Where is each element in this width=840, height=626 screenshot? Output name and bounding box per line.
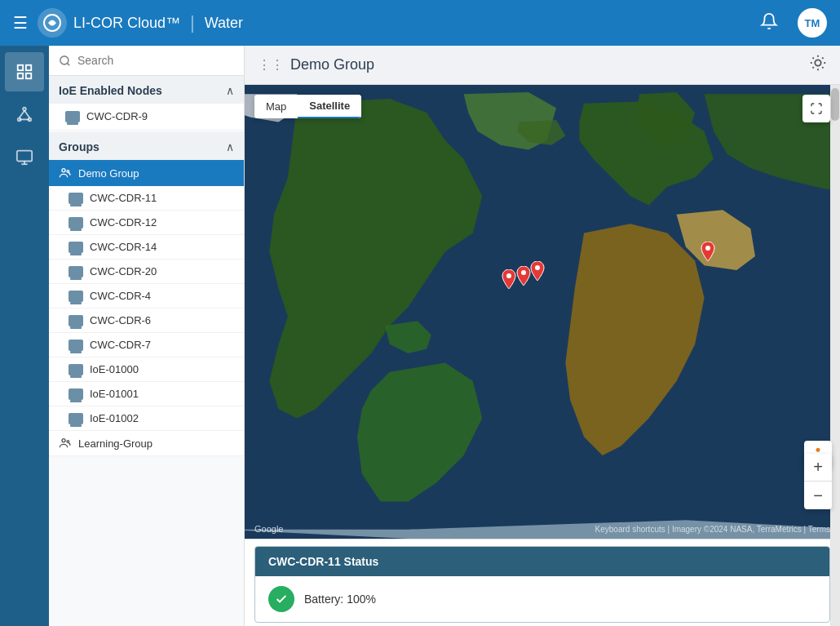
app-title: LI-COR Cloud™: [73, 15, 180, 32]
device-icon: [69, 291, 83, 302]
map-svg: [245, 85, 840, 539]
svg-point-22: [521, 270, 526, 275]
drag-handle-icon: ⋮⋮: [258, 57, 284, 73]
status-body: Battery: 100%: [255, 576, 829, 622]
device-icon: [69, 242, 83, 253]
map-fullscreen-btn[interactable]: [802, 95, 830, 122]
top-nav: ☰ LI-COR Cloud™ | Water TM: [0, 0, 840, 46]
ioe-section-title: IoE Enabled Nodes: [59, 84, 162, 97]
map-type-map-btn[interactable]: Map: [254, 95, 298, 118]
node-label: CWC-CDR-4: [90, 290, 151, 302]
svg-rect-1: [18, 65, 23, 70]
sidebar-item-network[interactable]: [5, 95, 44, 134]
scroll-thumb[interactable]: [831, 88, 839, 121]
map-marker-3[interactable]: [528, 261, 547, 287]
sub-node-cwc-cdr-14[interactable]: CWC-CDR-14: [49, 235, 244, 260]
group-label: Demo Group: [78, 167, 139, 180]
node-label: CWC-CDR-6: [90, 314, 151, 326]
battery-status: Battery: 100%: [304, 593, 376, 606]
content-title: Demo Group: [290, 56, 802, 73]
user-avatar[interactable]: TM: [798, 8, 827, 38]
status-header: CWC-CDR-11 Status: [255, 547, 829, 576]
product-name: Water: [205, 15, 243, 32]
svg-point-24: [705, 246, 710, 251]
map-type-satellite-btn[interactable]: Satellite: [298, 95, 361, 118]
main-layout: IoE Enabled Nodes ∧ CWC-CDR-9 Groups ∧ D…: [0, 46, 840, 626]
svg-line-8: [20, 110, 24, 118]
groups-collapse-chevron[interactable]: ∧: [226, 140, 234, 153]
search-input[interactable]: [77, 54, 234, 67]
status-card: CWC-CDR-11 Status Battery: 100%: [254, 546, 830, 623]
device-icon: [65, 111, 80, 122]
logo-icon: [38, 8, 67, 38]
svg-point-21: [506, 273, 511, 278]
nav-divider: |: [190, 12, 195, 33]
node-label: CWC-CDR-9: [86, 110, 148, 122]
device-icon: [69, 266, 83, 277]
right-content: ⋮⋮ Demo Group: [245, 46, 840, 626]
group-item-learning[interactable]: Learning-Group: [49, 431, 244, 456]
sub-node-cwc-cdr-7[interactable]: CWC-CDR-7: [49, 333, 244, 357]
svg-rect-2: [26, 65, 31, 70]
sub-node-ioe-01001[interactable]: IoE-01001: [49, 382, 244, 406]
node-item-cwc-cdr-9[interactable]: CWC-CDR-9: [49, 104, 244, 129]
device-icon: [69, 388, 83, 400]
ioe-collapse-chevron[interactable]: ∧: [226, 84, 234, 97]
svg-point-15: [62, 169, 65, 172]
svg-point-25: [816, 448, 820, 452]
settings-icon[interactable]: [809, 54, 827, 76]
node-label: IoE-01000: [90, 363, 139, 375]
hamburger-icon[interactable]: ☰: [13, 13, 28, 33]
left-panel: IoE Enabled Nodes ∧ CWC-CDR-9 Groups ∧ D…: [49, 46, 245, 626]
map-attribution-google: Google: [254, 524, 283, 534]
map-type-controls: Map Satellite: [254, 95, 361, 118]
sub-node-ioe-01002[interactable]: IoE-01002: [49, 406, 244, 431]
search-box: [49, 46, 244, 76]
svg-point-19: [815, 60, 820, 65]
map-attribution-right: Keyboard shortcuts | Imagery ©2024 NASA,…: [595, 525, 830, 534]
node-label: CWC-CDR-7: [90, 339, 151, 351]
search-icon: [59, 55, 71, 67]
ioe-section-header: IoE Enabled Nodes ∧: [49, 76, 244, 104]
map-marker-4[interactable]: [698, 242, 718, 268]
demo-group-nodes: CWC-CDR-11 CWC-CDR-12 CWC-CDR-14 CWC-CDR…: [49, 186, 244, 431]
groups-section-title: Groups: [59, 140, 99, 153]
device-icon: [69, 340, 83, 351]
node-label: CWC-CDR-12: [90, 216, 157, 229]
scroll-bar[interactable]: [830, 85, 840, 626]
sub-node-cwc-cdr-6[interactable]: CWC-CDR-6: [49, 309, 244, 333]
map-background: Map Satellite: [245, 85, 840, 539]
device-icon: [69, 217, 83, 229]
svg-rect-3: [18, 73, 23, 78]
sub-node-ioe-01000[interactable]: IoE-01000: [49, 357, 244, 382]
notification-bell[interactable]: [760, 12, 778, 34]
svg-line-9: [24, 110, 29, 118]
svg-point-23: [535, 265, 540, 270]
map-zoom-controls: + −: [804, 454, 832, 509]
icon-sidebar: [0, 46, 49, 626]
group-label: Learning-Group: [78, 437, 153, 450]
node-label: IoE-01001: [90, 388, 139, 400]
svg-point-5: [23, 108, 26, 111]
sub-node-cwc-cdr-11[interactable]: CWC-CDR-11: [49, 186, 244, 211]
sub-node-cwc-cdr-12[interactable]: CWC-CDR-12: [49, 211, 244, 235]
device-icon: [69, 315, 83, 326]
group-item-demo[interactable]: Demo Group: [49, 160, 244, 186]
sidebar-item-monitor[interactable]: [5, 137, 44, 176]
status-panel: CWC-CDR-11 Status Battery: 100%: [245, 539, 840, 626]
sub-node-cwc-cdr-4[interactable]: CWC-CDR-4: [49, 284, 244, 309]
map-container[interactable]: Map Satellite: [245, 85, 840, 539]
app-logo: LI-COR Cloud™ | Water: [38, 8, 243, 38]
sub-node-cwc-cdr-20[interactable]: CWC-CDR-20: [49, 260, 244, 284]
zoom-out-btn[interactable]: −: [804, 482, 832, 509]
content-header: ⋮⋮ Demo Group: [245, 46, 840, 85]
groups-section-header: Groups ∧: [49, 132, 244, 160]
node-label: IoE-01002: [90, 412, 139, 424]
sidebar-item-dashboard[interactable]: [5, 52, 44, 91]
device-icon: [69, 193, 83, 204]
zoom-in-btn[interactable]: +: [804, 454, 832, 482]
node-label: CWC-CDR-11: [90, 192, 157, 204]
group-icon: [59, 437, 72, 450]
svg-rect-11: [17, 151, 32, 162]
svg-point-14: [60, 55, 69, 64]
